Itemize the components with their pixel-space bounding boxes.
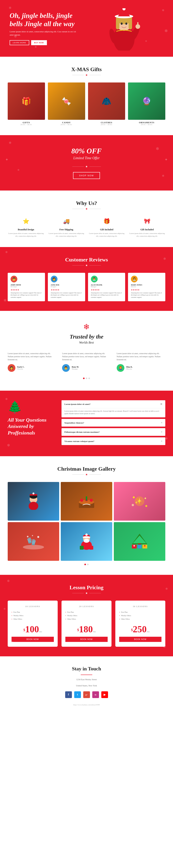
pricing-feature-2-2: Weekly Offers xyxy=(65,614,108,617)
book-button-3[interactable]: Book Now xyxy=(119,637,162,642)
why-us-section: Why Us? ★ ⭐ Beautiful Design Lorem ipsum… xyxy=(0,190,173,247)
author-name-2: Rony M. xyxy=(72,366,79,368)
reviews-title: Customer Reviews xyxy=(8,257,165,263)
contact-title: Stay in Touch xyxy=(8,666,165,672)
star-decoration: ★ xyxy=(85,73,88,77)
testimonials-grid: Lorem ipsum dolor sit amet, consectetur … xyxy=(8,352,165,372)
gift-sublabel-2: 29.01 / 30.01 xyxy=(48,124,85,126)
svg-text:✨: ✨ xyxy=(135,498,142,505)
gallery-grid: ✨ 🧤 xyxy=(8,482,165,561)
svg-point-29 xyxy=(132,504,134,506)
faq-item-2: Suspendisse rhoncus? + xyxy=(61,419,165,427)
reviewer-avatar-3: 👨‍💼 xyxy=(91,276,98,282)
pricing-feature-2-3: Other Offers xyxy=(65,617,108,621)
faq-right: Lorem ipsum dolor sit amet? ✕ Lorem ipsu… xyxy=(61,400,165,446)
gallery-item-4[interactable]: 🧤 xyxy=(8,522,59,561)
gift-item-3[interactable]: 🧥 CLOTHES 29.01 / 30.01 xyxy=(88,83,125,126)
pricing-price-1: $100/mo xyxy=(11,625,54,634)
review-card-2: 👩 JANE DOE Designer ★★★★★ Amazing best e… xyxy=(48,273,85,301)
trusted-section: ❄ Trusted by the Worlds Best Lorem ipsum… xyxy=(0,311,173,391)
feature-desc-1: Lorem ipsum dolor sit amet, consectetur … xyxy=(8,232,44,238)
faq-question-1[interactable]: Lorem ipsum dolor sit amet? ✕ xyxy=(61,400,165,408)
review-text-4: Amazing best ever costumer support! The … xyxy=(131,292,163,298)
why-us-title: Why Us? xyxy=(8,200,165,206)
snowflake-decoration: ❄ xyxy=(8,322,165,332)
reviewer-avatar-2: 👩 xyxy=(51,276,57,282)
gift-sublabel-3: 29.01 / 30.01 xyxy=(88,124,125,126)
faq-question-3[interactable]: Pellentesque dictum rutrum maximus? + xyxy=(61,428,165,436)
hero-image-area xyxy=(90,0,157,57)
pricing-section: ❄ ❄ ❄ ❄ ❄ ❄ Lesson Pricing ★ 10 LESSONS … xyxy=(0,575,173,656)
svg-rect-43 xyxy=(89,546,93,550)
gallery-item-5[interactable] xyxy=(61,522,112,561)
svg-point-15 xyxy=(29,502,38,510)
gallery-item-3[interactable]: ✨ xyxy=(114,482,165,521)
gallery-dot-1[interactable] xyxy=(84,564,86,565)
pricing-card-3: 30 LESSONS Free Plan Weekly Offers Other… xyxy=(115,600,165,647)
author-title-1: Director xyxy=(17,368,24,370)
faq-question-4[interactable]: Vivamus rutrum volutpat quam? + xyxy=(61,437,165,445)
dot-1[interactable] xyxy=(83,378,85,379)
shop-now-button[interactable]: SHOP NOW xyxy=(73,172,100,179)
trusted-title2: Worlds Best xyxy=(8,341,165,344)
author-avatar-3: 👩‍🦰 xyxy=(117,364,124,372)
learn-more-button[interactable]: LEARN MORE xyxy=(9,40,29,45)
svg-point-33 xyxy=(27,536,28,537)
pricing-title-1: 10 LESSONS xyxy=(11,606,54,608)
buy-now-button[interactable]: BUY NOW xyxy=(31,40,47,45)
social-googleplus-button[interactable]: g+ xyxy=(83,691,90,698)
pricing-features-2: Free Plan Weekly Offers Other Offers xyxy=(65,610,108,621)
author-avatar-2: 👨 xyxy=(62,364,70,372)
svg-point-39 xyxy=(85,533,88,536)
pricing-feature-3-2: Weekly Offers xyxy=(119,614,162,617)
gallery-dot-2[interactable] xyxy=(87,564,89,565)
gift-item-2[interactable]: 🍬 CANDY 29.01 / 30.01 xyxy=(48,83,85,126)
faq-item-4: Vivamus rutrum volutpat quam? + xyxy=(61,437,165,445)
feature-item-1: ⭐ Beautiful Design Lorem ipsum dolor sit… xyxy=(8,216,44,238)
dot-2[interactable] xyxy=(86,378,87,379)
faq-question-2[interactable]: Suspendisse rhoncus? + xyxy=(61,419,165,427)
svg-point-9 xyxy=(125,23,127,25)
gallery-item-2[interactable] xyxy=(61,482,112,521)
svg-text:🧤: 🧤 xyxy=(27,536,36,546)
gift-image-clothes: 🧥 xyxy=(88,83,125,120)
reviewer-name-1: JOHN SMTH xyxy=(10,284,42,286)
gift-label-1: GIFTS xyxy=(8,121,45,124)
hero-buttons: LEARN MORE BUY NOW xyxy=(9,40,77,45)
testimonial-author-3: 👩‍🦰 Dina K. Director xyxy=(117,364,165,372)
gift-label-2: CANDY xyxy=(48,121,85,124)
dot-3[interactable] xyxy=(88,378,90,379)
book-button-2[interactable]: Book Now xyxy=(65,637,108,642)
review-stars-2: ★★★★★ xyxy=(51,289,82,291)
faq-toggle-1: ✕ xyxy=(160,403,163,406)
reviewer-name-2: JANE DOE xyxy=(51,284,82,286)
feature-icon-1: ⭐ xyxy=(21,216,31,226)
feature-title-4: Gift Included xyxy=(129,228,165,231)
gift-item-4[interactable]: 🔮 ORNAMENTS 29.01 / 30.01 xyxy=(128,83,165,126)
testimonial-text-1: Lorem ipsum dolor sit amet, consectetur … xyxy=(8,352,56,361)
gallery-pagination xyxy=(8,564,165,565)
book-button-1[interactable]: Book Now xyxy=(11,637,54,642)
faq-item-1: Lorem ipsum dolor sit amet? ✕ Lorem ipsu… xyxy=(61,400,165,417)
gallery-item-6[interactable] xyxy=(114,522,165,561)
gift-item-1[interactable]: 🎁 GIFTS 29.01 / 30.01 xyxy=(8,83,45,126)
reviews-grid: 👨 JOHN SMTH Developer ★★★★★ Amazing best… xyxy=(8,273,165,301)
pricing-grid: 10 LESSONS Free Plan Weekly Offers Other… xyxy=(8,600,165,647)
pricing-card-2: 20 LESSONS Free Plan Weekly Offers Other… xyxy=(61,600,112,647)
social-instagram-button[interactable]: in xyxy=(92,691,99,698)
review-card-3: 👨‍💼 ALAN FRANK Manager ★★★★★ Amazing bes… xyxy=(88,273,125,301)
gift-label-4: ORNAMENTS xyxy=(128,121,165,124)
offer-title: 80% OFF xyxy=(8,147,165,155)
review-stars-1: ★★★★★ xyxy=(10,289,42,291)
gallery-item-1[interactable] xyxy=(8,482,59,521)
feature-desc-2: Lorem ipsum dolor sit amet, consectetur … xyxy=(48,232,85,238)
social-facebook-button[interactable]: f xyxy=(65,691,72,698)
pricing-feature-2-1: Free Plan xyxy=(65,610,108,614)
social-twitter-button[interactable]: t xyxy=(74,691,81,698)
faq-tree-icon: 🌲 xyxy=(8,400,54,414)
pricing-title-2: 20 LESSONS xyxy=(65,606,108,608)
testimonial-1: Lorem ipsum dolor sit amet, consectetur … xyxy=(8,352,56,372)
social-youtube-button[interactable]: ▶ xyxy=(101,691,108,698)
reviewer-avatar-4: 👩‍💼 xyxy=(131,276,138,282)
feature-desc-4: Lorem ipsum dolor sit amet, consectetur … xyxy=(129,232,165,238)
